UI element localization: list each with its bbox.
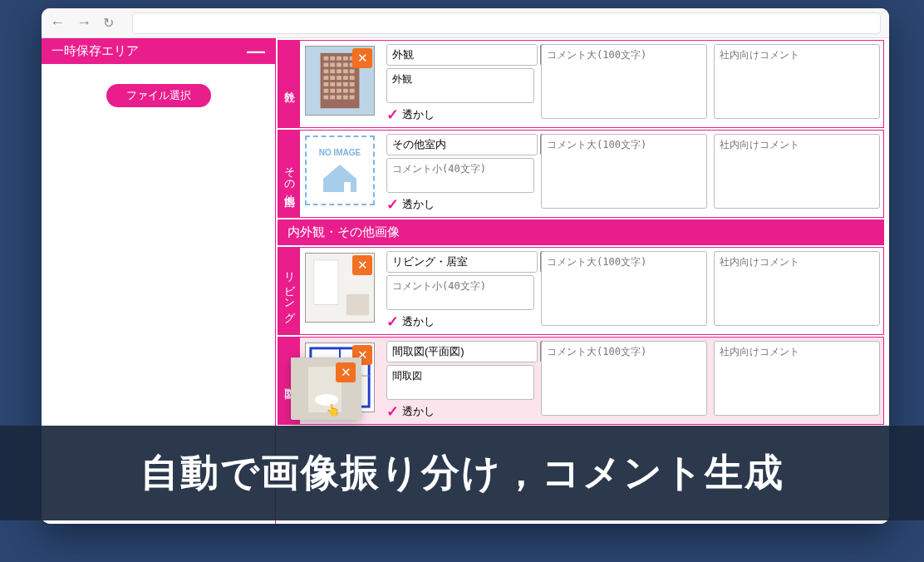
image-type-select[interactable] xyxy=(386,341,538,362)
internal-comment-cell xyxy=(710,248,883,334)
large-comment-cell xyxy=(538,248,710,334)
no-image-label: NO IMAGE xyxy=(319,148,361,157)
delete-button[interactable]: ✕ xyxy=(352,255,372,275)
svg-rect-3 xyxy=(330,57,335,61)
cursor-icon: 👆 xyxy=(326,403,340,417)
small-comment-input[interactable] xyxy=(386,158,534,193)
image-type-select[interactable] xyxy=(386,134,538,155)
small-comment-input[interactable]: 外観 xyxy=(386,68,534,103)
large-comment-input[interactable] xyxy=(541,251,707,326)
back-icon[interactable]: ← xyxy=(50,14,65,32)
image-row: その他室内NO IMAGE⌄✓透かし xyxy=(278,130,884,218)
dragging-thumbnail[interactable]: ✕ 👆 xyxy=(291,357,361,419)
small-comment-input[interactable] xyxy=(386,275,534,310)
svg-rect-13 xyxy=(330,69,335,73)
image-row: 取図✕⌄間取図✓透かし xyxy=(278,337,884,425)
internal-comment-cell xyxy=(710,131,883,217)
internal-comment-input[interactable] xyxy=(714,44,880,119)
svg-rect-32 xyxy=(323,96,328,100)
watermark-row: ✓透かし xyxy=(386,313,534,331)
thumbnail[interactable]: NO IMAGE xyxy=(305,136,375,205)
watermark-checkbox[interactable]: ✓ xyxy=(386,402,399,421)
small-comment-input[interactable]: 間取図 xyxy=(386,365,534,400)
thumbnail[interactable]: ✕ xyxy=(305,253,375,323)
svg-rect-8 xyxy=(330,63,335,67)
large-comment-input[interactable] xyxy=(541,341,707,416)
thumbnail-cell: ✕ xyxy=(300,248,383,334)
svg-rect-4 xyxy=(337,57,342,61)
watermark-checkbox[interactable]: ✓ xyxy=(386,313,399,331)
large-comment-cell xyxy=(538,41,710,127)
delete-button[interactable]: ✕ xyxy=(352,48,372,68)
refresh-icon[interactable]: ↻ xyxy=(103,15,114,31)
internal-comment-cell xyxy=(710,338,883,424)
svg-rect-38 xyxy=(344,182,351,192)
svg-rect-36 xyxy=(350,96,355,100)
svg-rect-21 xyxy=(350,76,355,80)
promo-banner: 自動で画像振り分け，コメント生成 xyxy=(0,426,924,520)
watermark-checkbox[interactable]: ✓ xyxy=(386,195,399,214)
internal-comment-input[interactable] xyxy=(714,251,880,326)
watermark-row: ✓透かし xyxy=(386,106,534,124)
image-row: リビング✕⌄✓透かし xyxy=(278,247,884,335)
svg-rect-2 xyxy=(323,57,328,61)
internal-comment-cell xyxy=(710,41,883,127)
svg-rect-33 xyxy=(330,96,335,100)
svg-rect-16 xyxy=(350,69,355,73)
svg-rect-22 xyxy=(323,82,328,86)
forward-icon[interactable]: → xyxy=(76,14,91,32)
row-category-label: 外観 xyxy=(278,41,300,127)
sidebar-header: 一時保存エリア — xyxy=(42,38,275,64)
large-comment-cell xyxy=(538,338,710,424)
internal-comment-input[interactable] xyxy=(714,341,880,416)
svg-rect-9 xyxy=(337,63,342,67)
svg-rect-26 xyxy=(350,82,355,86)
image-row: 外観✕⌄外観✓透かし xyxy=(278,40,884,128)
svg-rect-30 xyxy=(343,89,348,93)
svg-rect-20 xyxy=(343,76,348,80)
svg-rect-29 xyxy=(337,89,342,93)
url-bar[interactable] xyxy=(132,12,881,34)
large-comment-input[interactable] xyxy=(541,134,707,209)
thumbnail-cell: NO IMAGE xyxy=(300,131,383,217)
watermark-checkbox[interactable]: ✓ xyxy=(386,106,399,124)
watermark-row: ✓透かし xyxy=(386,195,534,214)
image-type-select[interactable] xyxy=(386,44,538,66)
svg-rect-34 xyxy=(337,96,342,100)
svg-rect-41 xyxy=(346,294,369,315)
controls-cell: ⌄外観✓透かし xyxy=(383,41,538,127)
svg-point-37 xyxy=(325,181,333,190)
svg-rect-12 xyxy=(323,69,328,73)
delete-button[interactable]: ✕ xyxy=(336,362,356,382)
row-category-label: その他室内 xyxy=(278,131,300,217)
controls-cell: ⌄✓透かし xyxy=(383,131,538,217)
thumbnail[interactable]: ✕ xyxy=(305,46,375,116)
svg-rect-18 xyxy=(330,76,335,80)
minimize-icon[interactable]: — xyxy=(247,47,265,56)
sidebar-title: 一時保存エリア xyxy=(52,43,139,59)
image-type-select[interactable] xyxy=(386,251,538,273)
svg-rect-25 xyxy=(343,82,348,86)
svg-rect-24 xyxy=(337,82,342,86)
svg-rect-27 xyxy=(323,89,328,93)
watermark-row: ✓透かし xyxy=(386,402,534,421)
controls-cell: ⌄✓透かし xyxy=(383,248,538,334)
large-comment-input[interactable] xyxy=(541,44,707,119)
svg-rect-15 xyxy=(343,69,348,73)
svg-rect-7 xyxy=(323,63,328,67)
watermark-label: 透かし xyxy=(402,404,435,419)
svg-rect-35 xyxy=(343,96,348,100)
section-header: 内外観・その他画像 xyxy=(278,219,884,245)
file-select-button[interactable]: ファイル選択 xyxy=(106,84,211,107)
browser-toolbar: ← → ↻ xyxy=(42,8,889,38)
house-icon xyxy=(319,160,361,194)
svg-rect-17 xyxy=(323,76,328,80)
row-category-label: リビング xyxy=(278,248,300,334)
svg-rect-40 xyxy=(314,260,338,305)
thumbnail-cell: ✕ xyxy=(300,41,383,127)
internal-comment-input[interactable] xyxy=(714,134,880,209)
svg-rect-31 xyxy=(350,89,355,93)
svg-rect-23 xyxy=(330,82,335,86)
watermark-label: 透かし xyxy=(402,314,435,329)
large-comment-cell xyxy=(538,131,710,217)
